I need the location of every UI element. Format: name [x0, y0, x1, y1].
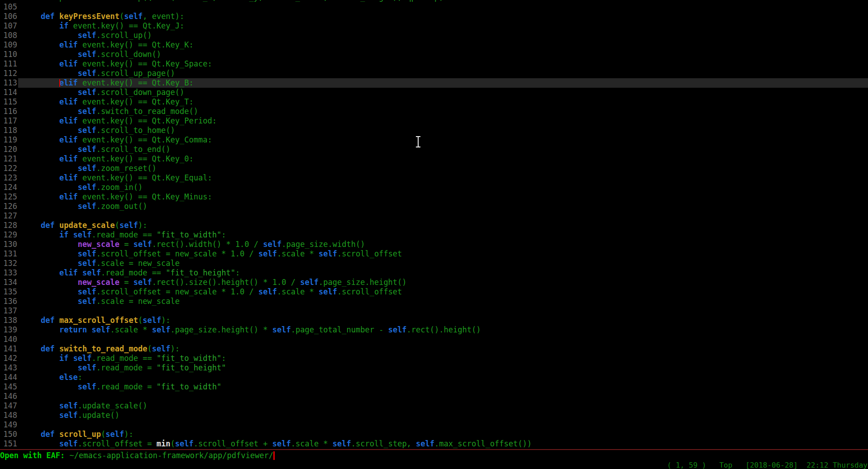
code-line[interactable]: 106 def keyPressEvent(self, event): — [0, 12, 868, 21]
minibuffer-input[interactable]: ~/emacs-application-framework/app/pdfvie… — [70, 451, 273, 460]
code-text: def keyPressEvent(self, event): — [18, 12, 868, 21]
code-line[interactable]: 134 new_scale = self.rect().size().heigh… — [0, 278, 868, 287]
code-token — [22, 40, 59, 49]
code-line[interactable]: 136 self.scale = new_scale — [0, 297, 868, 306]
code-line[interactable]: 139 return self.scale * self.page_size.h… — [0, 325, 868, 335]
code-text: new_scale = self.rect().width() * 1.0 / … — [18, 240, 868, 249]
code-line[interactable]: 147 self.update_scale() — [0, 401, 868, 411]
code-text: elif event.key() == Qt.Key_B: — [18, 78, 868, 88]
code-token — [22, 230, 59, 239]
code-line[interactable]: 149 — [0, 420, 868, 430]
code-token: self — [258, 249, 277, 258]
code-line[interactable]: 137 — [0, 306, 868, 316]
code-token: def — [41, 430, 55, 439]
code-token: ): — [124, 430, 133, 439]
code-token: .scroll_offset = — [78, 439, 157, 448]
code-line[interactable]: 146 — [0, 392, 868, 401]
code-token: self — [78, 126, 96, 135]
code-token: def — [41, 344, 55, 353]
code-line[interactable]: 145 self.read_mode = "fit_to_width" — [0, 382, 868, 392]
code-line[interactable]: 122 self.zoom_reset() — [0, 164, 868, 173]
code-line[interactable]: 107 if event.key() == Qt.Key_J: — [0, 21, 868, 31]
code-token: event.key() == Qt.Key_T: — [78, 97, 194, 106]
code-token: event.key() == Qt.Key_Comma: — [78, 135, 212, 144]
code-line[interactable]: 109 elif event.key() == Qt.Key_K: — [0, 40, 868, 50]
code-text: elif event.key() == Qt.Key_0: — [18, 154, 868, 164]
code-line[interactable]: 148 self.update() — [0, 411, 868, 420]
code-token: .rect().width() * 1.0 / — [152, 240, 263, 249]
code-token: event.key() == Qt.Key_Period: — [78, 116, 217, 125]
code-line[interactable]: 115 elif event.key() == Qt.Key_T: — [0, 97, 868, 107]
code-line[interactable]: 112 self.scroll_up_page() — [0, 69, 868, 78]
code-text — [18, 306, 868, 316]
code-token: self — [78, 382, 96, 391]
code-line[interactable]: 124 self.zoom_in() — [0, 183, 868, 192]
code-token: self — [78, 145, 96, 154]
code-line[interactable]: 131 self.scroll_offset = new_scale * 1.0… — [0, 249, 868, 259]
code-token: "fit_to_width" — [157, 230, 221, 239]
line-number: 127 — [0, 211, 18, 221]
code-line[interactable]: 125 elif event.key() == Qt.Key_Minus: — [0, 192, 868, 202]
code-token — [22, 354, 59, 363]
code-token: ( — [138, 316, 143, 325]
code-token: : — [221, 230, 226, 239]
code-line[interactable]: 127 — [0, 211, 868, 221]
code-token: .update_scale() — [78, 401, 148, 410]
code-editor-window[interactable]: 104 painter.drawPixmap(QRect(render_x, r… — [0, 0, 868, 449]
code-token — [22, 192, 59, 201]
line-number: 145 — [0, 382, 18, 392]
code-line[interactable]: 144 else: — [0, 373, 868, 382]
code-token — [22, 221, 41, 230]
line-number: 144 — [0, 373, 18, 382]
code-line[interactable]: 133 elif self.read_mode == "fit_to_heigh… — [0, 268, 868, 278]
code-line[interactable]: 126 self.zoom_out() — [0, 202, 868, 211]
code-token: max_scroll_offset — [59, 316, 138, 325]
code-line[interactable]: 120 self.scroll_to_end() — [0, 145, 868, 154]
code-line[interactable]: 140 — [0, 335, 868, 344]
code-token: = — [119, 240, 134, 249]
code-line[interactable]: 135 self.scroll_offset = new_scale * 1.0… — [0, 287, 868, 297]
code-text: elif event.key() == Qt.Key_Period: — [18, 116, 868, 126]
code-text: self.scroll_offset = new_scale * 1.0 / s… — [18, 287, 868, 297]
code-line[interactable]: 108 self.scroll_up() — [0, 31, 868, 40]
code-line[interactable]: 117 elif event.key() == Qt.Key_Period: — [0, 116, 868, 126]
line-number: 137 — [0, 306, 18, 316]
code-token — [22, 401, 59, 410]
code-token — [22, 259, 78, 268]
code-line[interactable]: 143 self.read_mode = "fit_to_height" — [0, 363, 868, 373]
code-line[interactable]: 119 elif event.key() == Qt.Key_Comma: — [0, 135, 868, 145]
line-number: 130 — [0, 240, 18, 249]
code-token: if — [59, 230, 68, 239]
code-token: .page_total_number - — [291, 325, 388, 334]
code-token — [22, 145, 78, 154]
code-line[interactable]: 113 elif event.key() == Qt.Key_B: — [0, 78, 868, 88]
code-line[interactable]: 141 def switch_to_read_mode(self): — [0, 344, 868, 354]
code-line[interactable]: 130 new_scale = self.rect().width() * 1.… — [0, 240, 868, 249]
line-number: 148 — [0, 411, 18, 420]
code-line[interactable]: 110 self.scroll_down() — [0, 50, 868, 59]
line-number: 135 — [0, 287, 18, 297]
minibuffer[interactable]: Open with EAF: ~/emacs-application-frame… — [0, 451, 275, 460]
code-line[interactable]: 151 self.scroll_offset = min(self.scroll… — [0, 439, 868, 449]
code-text: self.scroll_up() — [18, 31, 868, 40]
code-token — [22, 173, 59, 182]
code-line[interactable]: 128 def update_scale(self): — [0, 221, 868, 230]
code-line[interactable]: 111 elif event.key() == Qt.Key_Space: — [0, 59, 868, 69]
code-line[interactable]: 142 if self.read_mode == "fit_to_width": — [0, 354, 868, 363]
code-line[interactable]: 150 def scroll_up(self): — [0, 430, 868, 439]
code-token: elif — [59, 40, 78, 49]
code-token — [22, 325, 59, 334]
code-line[interactable]: 123 elif event.key() == Qt.Key_Equal: — [0, 173, 868, 183]
code-text: new_scale = self.rect().size().height() … — [18, 278, 868, 287]
line-number: 140 — [0, 335, 18, 344]
code-line[interactable]: 138 def max_scroll_offset(self): — [0, 316, 868, 325]
code-line[interactable]: 105 — [0, 2, 868, 12]
code-line[interactable]: 114 self.scroll_down_page() — [0, 88, 868, 97]
code-line[interactable]: 118 self.scroll_to_home() — [0, 126, 868, 135]
code-line[interactable]: 129 if self.read_mode == "fit_to_width": — [0, 230, 868, 240]
code-line[interactable]: 132 self.scale = new_scale — [0, 259, 868, 268]
code-token — [22, 287, 78, 296]
code-line[interactable]: 121 elif event.key() == Qt.Key_0: — [0, 154, 868, 164]
code-token — [55, 221, 59, 230]
code-line[interactable]: 116 self.switch_to_read_mode() — [0, 107, 868, 116]
